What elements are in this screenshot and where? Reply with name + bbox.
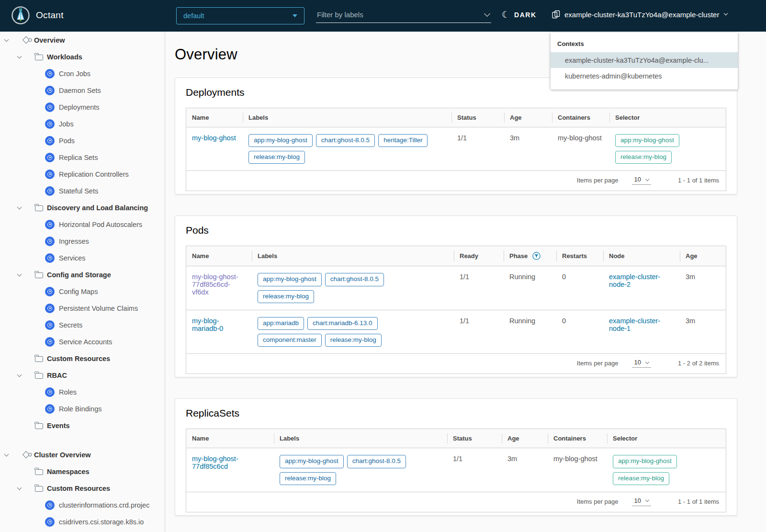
containers-cell: my-blog-ghost [548,448,607,492]
table-header-row: Name Labels Status Age Containers Select… [186,108,726,127]
label-pill: app:my-blog-ghost [248,134,313,147]
pod-name-link[interactable]: my-blog-mariadb-0 [192,317,223,332]
sidebar-item-persistent-volume-claims[interactable]: Persistent Volume Claims [0,300,165,317]
column-header-name: Name [186,429,274,448]
sidebar-item-clusterinformations[interactable]: clusterinformations.crd.projec [0,497,165,513]
sidebar-item-rbac[interactable]: RBAC [0,367,165,384]
label-pill: release:my-blog [258,290,314,303]
phase-cell: Running [504,310,556,353]
page-size-select[interactable]: 10 [632,176,651,185]
column-header-ready: Ready [454,246,504,266]
sidebar-item-csidrivers[interactable]: csidrivers.csi.storage.k8s.io [0,513,165,530]
replicasets-card: ReplicaSets Name Labels Status Age Conta… [175,398,737,515]
sidebar-item-secrets[interactable]: Secrets [0,317,165,333]
sidebar-item-replica-sets[interactable]: Replica Sets [0,149,165,166]
context-menu-item[interactable]: example-cluster-ka3TuTzYo4a@example-clu.… [551,52,738,68]
replicasets-card-title: ReplicaSets [186,407,726,419]
overview-icon [21,450,31,460]
restarts-cell: 0 [556,310,603,353]
sidebar-item-ingresses[interactable]: Ingresses [0,233,165,249]
deployment-name-link[interactable]: my-blog-ghost [192,134,236,142]
sidebar-item-cron-jobs[interactable]: Cron Jobs [0,65,165,82]
chevron-down-icon[interactable] [18,207,26,209]
sidebar-item-stateful-sets[interactable]: Stateful Sets [0,182,165,199]
sidebar-item-jobs[interactable]: Jobs [0,115,165,132]
chevron-down-icon[interactable] [18,374,26,376]
selector-pill: release:my-blog [615,151,672,164]
chevron-down-icon[interactable] [18,56,26,58]
sidebar-item-config-and-storage[interactable]: Config and Storage [0,266,165,283]
sidebar-item-namespaces[interactable]: Namespaces [0,463,165,480]
theme-toggle[interactable]: ☾ DARK [502,10,537,19]
chevron-down-icon [645,360,649,364]
pvc-icon [45,303,55,314]
folder-icon [34,270,44,280]
sidebar-item-pods[interactable]: Pods [0,132,165,149]
deployments-card: Deployments Name Labels Status Age Conta… [175,78,737,194]
sidebar-item-overview[interactable]: Overview [0,32,165,48]
sidebar-item-services[interactable]: Services [0,249,165,266]
column-header-restarts: Restarts [556,246,603,266]
sidebar-item-horizontal-pod-autoscalers[interactable]: Horizontal Pod Autoscalers [0,216,165,233]
namespace-value: default [183,12,204,20]
sidebar-item-custom-resources[interactable]: Custom Resources [0,350,165,367]
context-label: example-cluster-ka3TuTzYo4a@example-clus… [564,11,719,19]
chevron-down-icon [645,498,649,502]
page-size-select[interactable]: 10 [632,497,651,506]
roles-icon [45,387,55,397]
crd-icon [45,517,55,527]
sidebar-item-roles[interactable]: Roles [0,384,165,400]
sidebar-item-workloads[interactable]: Workloads [0,48,165,65]
table-header-row: Name Labels Ready Phase Restarts Node Ag… [186,246,726,266]
services-icon [45,253,55,263]
chevron-down-icon[interactable] [18,487,26,489]
sidebar-item-daemon-sets[interactable]: Daemon Sets [0,82,165,99]
label-pill: chart:ghost-8.0.5 [325,273,384,286]
replicaset-name-link[interactable]: my-blog-ghost-77df85c6cd [192,455,238,470]
column-header-labels: Labels [252,246,454,266]
sidebar-item-custom-resources-cluster[interactable]: Custom Resources [0,480,165,497]
sidebar-item-role-bindings[interactable]: Role Bindings [0,400,165,417]
sidebar-item-events[interactable]: Events [0,417,165,434]
chevron-down-icon[interactable] [18,274,26,276]
items-per-page-label: Items per page [577,360,619,367]
sidebar-item-replication-controllers[interactable]: Replication Controllers [0,166,165,182]
context-selector[interactable]: example-cluster-ka3TuTzYo4a@example-clus… [552,10,727,19]
label-pill: heritage:Tiller [378,134,428,147]
sidebar-item-service-accounts[interactable]: Service Accounts [0,333,165,350]
column-header-labels: Labels [274,429,447,448]
sidebar-item-deployments[interactable]: Deployments [0,99,165,115]
chevron-down-icon[interactable] [5,454,13,456]
sidebar-nav: Overview Workloads Cron Jobs Daemon Sets… [0,32,165,532]
ready-cell: 1/1 [454,310,504,353]
column-header-node: Node [603,246,680,266]
pod-name-link[interactable]: my-blog-ghost-77df85c6cd-vf6dx [192,273,238,296]
namespace-select[interactable]: default [176,7,304,24]
theme-toggle-label: DARK [514,11,536,19]
pagination-footer: Items per page 10 1 - 2 of 2 items [186,354,726,374]
filter-icon[interactable] [532,252,541,260]
node-link[interactable]: example-cluster-node-2 [609,273,660,288]
table-row: my-blog-ghost-77df85c6cd-vf6dx app:my-bl… [186,266,726,310]
folder-icon [34,420,44,431]
pagination-footer: Items per page 10 1 - 1 of 1 items [186,492,726,512]
sidebar-item-cluster-overview[interactable]: Cluster Overview [0,446,165,463]
filter-labels-input[interactable]: Filter by labels [316,10,491,23]
column-header-selector: Selector [609,108,726,127]
ready-cell: 1/1 [454,266,504,310]
sidebar-item-config-maps[interactable]: Config Maps [0,283,165,300]
pods-card-title: Pods [186,225,726,236]
page-size-select[interactable]: 10 [632,359,651,368]
node-link[interactable]: example-cluster-node-1 [609,317,660,332]
folder-icon [34,466,44,477]
containers-cell: my-blog-ghost [552,127,609,171]
chevron-down-icon[interactable] [5,39,13,41]
pods-card: Pods Name Labels Ready Phase Restarts No… [175,215,737,377]
replicasets-datagrid: Name Labels Status Age Containers Select… [186,429,726,512]
sidebar-item-discovery-and-load-balancing[interactable]: Discovery and Load Balancing [0,199,165,216]
deployments-datagrid: Name Labels Status Age Containers Select… [186,108,726,191]
label-pill: release:my-blog [248,151,305,164]
replicasets-icon [45,152,55,163]
context-menu-item[interactable]: kubernetes-admin@kubernetes [551,68,738,84]
context-switcher-icon [552,10,560,19]
